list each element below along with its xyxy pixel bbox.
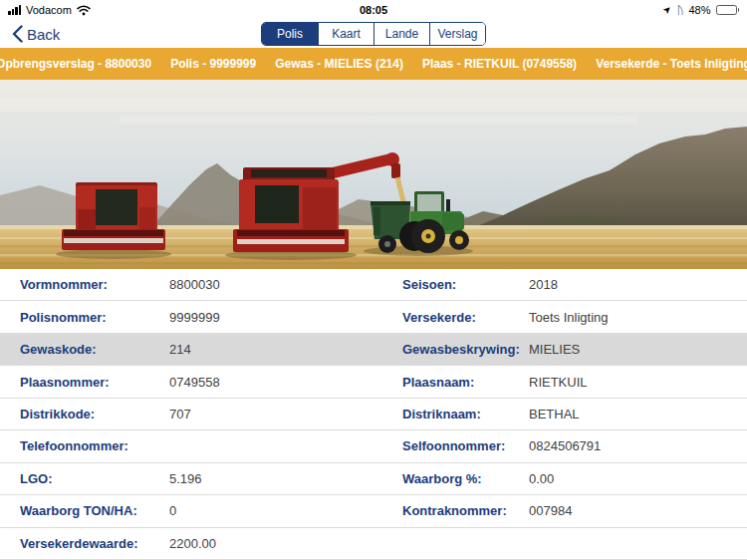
field-label: Telefoonnommer:: [20, 438, 169, 453]
field-label: Kontraknommer:: [402, 503, 529, 518]
field-label: Selfoonnommer:: [402, 438, 529, 453]
table-row: Plaasnommer: 0749558 Plaasnaam: RIETKUIL: [0, 366, 747, 398]
field-value: 214: [169, 342, 402, 357]
tab-verslag[interactable]: Verslag: [429, 23, 485, 45]
combine-left: [62, 182, 165, 250]
back-button[interactable]: Back: [12, 20, 60, 48]
field-value: 707: [169, 407, 402, 421]
navigation-bar: Back Polis Kaart Lande Verslag: [0, 20, 747, 48]
field-label: Plaasnaam:: [402, 375, 529, 390]
field-value: 2018: [529, 277, 747, 292]
field-value: 0.00: [529, 471, 747, 486]
table-row: Telefoonnommer: Selfoonnommer: 082450679…: [0, 430, 747, 462]
field-label: Gewasbeskrywing:: [402, 342, 529, 357]
tab-lande[interactable]: Lande: [374, 23, 429, 45]
harvest-field-photo: [0, 80, 747, 269]
field-value: 0: [169, 503, 402, 518]
banner-item-plaas: Plaas - RIETKUIL (0749558): [422, 57, 577, 71]
banner-item-gewas: Gewas - MIELIES (214): [275, 57, 403, 71]
field-value: 0824506791: [529, 438, 747, 453]
field-label: Plaasnommer:: [20, 375, 169, 390]
clock: 08:05: [0, 4, 747, 16]
field-value: 0749558: [169, 375, 402, 390]
field-value: 9999999: [169, 310, 402, 325]
table-row: Polisnommer: 9999999 Versekerde: Toets I…: [0, 301, 747, 333]
field-label: Vormnommer:: [20, 277, 169, 292]
details-table: Vormnommer: 8800030 Seisoen: 2018 Polisn…: [0, 269, 747, 560]
field-label: Waarborg TON/HA:: [20, 503, 169, 518]
status-bar: Vodacom 08:05 ➤ ᚢ 48%: [0, 0, 747, 20]
table-row: Vormnommer: 8800030 Seisoen: 2018: [0, 269, 747, 301]
field-label: Versekerde:: [402, 310, 529, 325]
segmented-control: Polis Kaart Lande Verslag: [261, 22, 486, 46]
table-row: Gewaskode: 214 Gewasbeskrywing: MIELIES: [0, 334, 747, 366]
table-row: LGO: 5.196 Waarborg %: 0.00: [0, 463, 747, 495]
field-value: BETHAL: [529, 407, 747, 421]
field-value: Toets Inligting: [529, 310, 747, 325]
table-row: Waarborg TON/HA: 0 Kontraknommer: 007984: [0, 495, 747, 527]
banner-item-versekerde: Versekerde - Toets Inligting: [596, 57, 747, 71]
field-value: MIELIES: [529, 342, 747, 357]
field-label: Polisnommer:: [20, 310, 169, 325]
field-label: Versekerdewaarde:: [20, 536, 169, 551]
back-label: Back: [27, 26, 60, 43]
tab-polis[interactable]: Polis: [262, 23, 318, 45]
field-value: 5.196: [169, 471, 402, 486]
chevron-left-icon: [12, 25, 23, 43]
field-label: Seisoen:: [402, 277, 529, 292]
field-value: RIETKUIL: [529, 375, 747, 390]
field-label: Distrikkode:: [20, 407, 169, 421]
table-row: Versekerdewaarde: 2200.00: [0, 528, 747, 560]
field-value: 8800030: [169, 277, 402, 292]
field-label: Waarborg %:: [402, 471, 529, 486]
banner-item-opbrengsverslag: Opbrengsverslag - 8800030: [0, 57, 151, 71]
tab-kaart[interactable]: Kaart: [318, 23, 374, 45]
field-label: LGO:: [20, 471, 169, 486]
field-value: 007984: [529, 503, 747, 518]
field-label: Distriknaam:: [402, 407, 529, 421]
field-value: 2200.00: [169, 536, 402, 551]
table-row: Distrikkode: 707 Distriknaam: BETHAL: [0, 399, 747, 430]
summary-banner: Opbrengsverslag - 8800030 Polis - 999999…: [0, 48, 747, 80]
banner-item-polis: Polis - 9999999: [170, 57, 256, 71]
field-label: Gewaskode:: [20, 342, 169, 357]
